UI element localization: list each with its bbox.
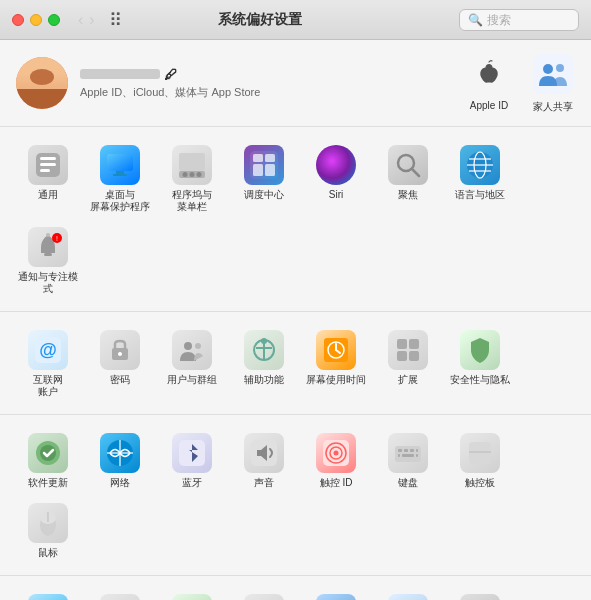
item-spotlight[interactable]: 聚焦: [372, 137, 444, 219]
touchid-label: 触控 ID: [320, 477, 353, 489]
section2-grid: @ 互联网账户 密码 用户与群组 辅助功能 屏幕使用时: [12, 322, 579, 404]
trackpad-label: 触控板: [465, 477, 495, 489]
display-icon: [28, 594, 68, 600]
svg-rect-63: [398, 449, 402, 452]
search-input[interactable]: [487, 13, 567, 27]
item-mouse[interactable]: 鼠标: [12, 495, 84, 565]
mission-label: 调度中心: [244, 189, 284, 201]
section4-grid: 显示器 打印机与扫描仪 电池 17 日期与时间 共享: [12, 586, 579, 600]
general-label: 通用: [38, 189, 58, 201]
profile-name: 🖊: [80, 67, 260, 82]
item-lang[interactable]: 语言与地区: [444, 137, 516, 219]
svg-line-23: [412, 169, 419, 176]
svg-rect-9: [107, 154, 133, 171]
svg-text:!: !: [56, 235, 58, 242]
sound-label: 声音: [254, 477, 274, 489]
section3-grid: 软件更新 网络 蓝牙 声音 触控 ID: [12, 425, 579, 565]
avatar[interactable]: [16, 57, 68, 109]
item-dock[interactable]: 程序坞与菜单栏: [156, 137, 228, 219]
sound-icon: [244, 433, 284, 473]
item-bluetooth[interactable]: 蓝牙: [156, 425, 228, 495]
profile-info: 🖊 Apple ID、iCloud、媒体与 App Store: [80, 67, 260, 100]
svg-rect-66: [416, 449, 418, 452]
item-sound[interactable]: 声音: [228, 425, 300, 495]
section-hardware: 软件更新 网络 蓝牙 声音 触控 ID: [0, 415, 591, 576]
item-screentime[interactable]: 屏幕使用时间: [300, 322, 372, 404]
item-siri[interactable]: Siri: [300, 137, 372, 219]
section-accounts: @ 互联网账户 密码 用户与群组 辅助功能 屏幕使用时: [0, 312, 591, 415]
item-mission[interactable]: 调度中心: [228, 137, 300, 219]
item-desktop[interactable]: 桌面与屏幕保护程序: [84, 137, 156, 219]
lang-label: 语言与地区: [455, 189, 505, 201]
dock-label: 程序坞与菜单栏: [172, 189, 212, 213]
profile-subtitle: Apple ID、iCloud、媒体与 App Store: [80, 85, 260, 100]
dock-icon: [172, 145, 212, 185]
password-label: 密码: [110, 374, 130, 386]
section1-grid: 通用 桌面与屏幕保护程序 程序坞与菜单栏 调度中心 Siri: [12, 137, 579, 301]
svg-rect-20: [253, 164, 263, 176]
search-box[interactable]: 🔍: [459, 9, 579, 31]
item-keyboard[interactable]: 键盘: [372, 425, 444, 495]
security-label: 安全性与隐私: [450, 374, 510, 386]
siri-label: Siri: [329, 189, 343, 201]
family-sharing-label: 家人共享: [533, 100, 573, 114]
close-button[interactable]: [12, 14, 24, 26]
maximize-button[interactable]: [48, 14, 60, 26]
svg-point-2: [543, 64, 553, 74]
svg-rect-10: [116, 171, 124, 174]
internet-label: 互联网账户: [33, 374, 63, 398]
item-security[interactable]: 安全性与隐私: [444, 322, 516, 404]
network-icon: [100, 433, 140, 473]
bluetooth-icon: [172, 433, 212, 473]
item-internet[interactable]: @ 互联网账户: [12, 322, 84, 404]
item-display[interactable]: 显示器: [12, 586, 84, 600]
svg-rect-29: [44, 253, 52, 256]
item-notif[interactable]: ! 通知与专注模式: [12, 219, 84, 301]
general-icon: [28, 145, 68, 185]
svg-text:@: @: [39, 340, 57, 360]
item-software[interactable]: 软件更新: [12, 425, 84, 495]
spotlight-icon: [388, 145, 428, 185]
keyboard-icon: [388, 433, 428, 473]
lang-icon: [460, 145, 500, 185]
minimize-button[interactable]: [30, 14, 42, 26]
section-general: 通用 桌面与屏幕保护程序 程序坞与菜单栏 调度中心 Siri: [0, 127, 591, 312]
family-sharing-icon: [531, 52, 575, 96]
item-general[interactable]: 通用: [12, 137, 84, 219]
screentime-icon: [316, 330, 356, 370]
profile-name-emoji: 🖊: [164, 67, 177, 82]
svg-rect-70: [469, 442, 491, 464]
sharing-icon: [316, 594, 356, 600]
mission-icon: [244, 145, 284, 185]
apple-id-action[interactable]: Apple ID: [467, 52, 511, 114]
timemachine-icon: [388, 594, 428, 600]
family-sharing-action[interactable]: 家人共享: [531, 52, 575, 114]
item-timemachine[interactable]: 时间机器: [372, 586, 444, 600]
item-trackpad[interactable]: 触控板: [444, 425, 516, 495]
item-touchid[interactable]: 触控 ID: [300, 425, 372, 495]
item-sharing[interactable]: 共享: [300, 586, 372, 600]
security-icon: [460, 330, 500, 370]
extensions-icon: [388, 330, 428, 370]
item-network[interactable]: 网络: [84, 425, 156, 495]
svg-rect-49: [397, 351, 407, 361]
item-datetime[interactable]: 17 日期与时间: [228, 586, 300, 600]
item-extensions[interactable]: 扩展: [372, 322, 444, 404]
svg-point-14: [183, 172, 188, 177]
notif-icon: !: [28, 227, 68, 267]
item-password[interactable]: 密码: [84, 322, 156, 404]
svg-rect-19: [265, 154, 275, 162]
item-startup[interactable]: 启动磁盘: [444, 586, 516, 600]
profile-actions: Apple ID 家人共享: [467, 52, 575, 114]
item-battery[interactable]: 电池: [156, 586, 228, 600]
svg-rect-18: [253, 154, 263, 162]
item-printer[interactable]: 打印机与扫描仪: [84, 586, 156, 600]
item-users[interactable]: 用户与群组: [156, 322, 228, 404]
titlebar: ‹ › ⠿ 系统偏好设置 🔍: [0, 0, 591, 40]
svg-rect-50: [409, 351, 419, 361]
mouse-icon: [28, 503, 68, 543]
svg-rect-11: [113, 174, 127, 176]
desktop-icon: [100, 145, 140, 185]
svg-rect-48: [409, 339, 419, 349]
item-access[interactable]: 辅助功能: [228, 322, 300, 404]
